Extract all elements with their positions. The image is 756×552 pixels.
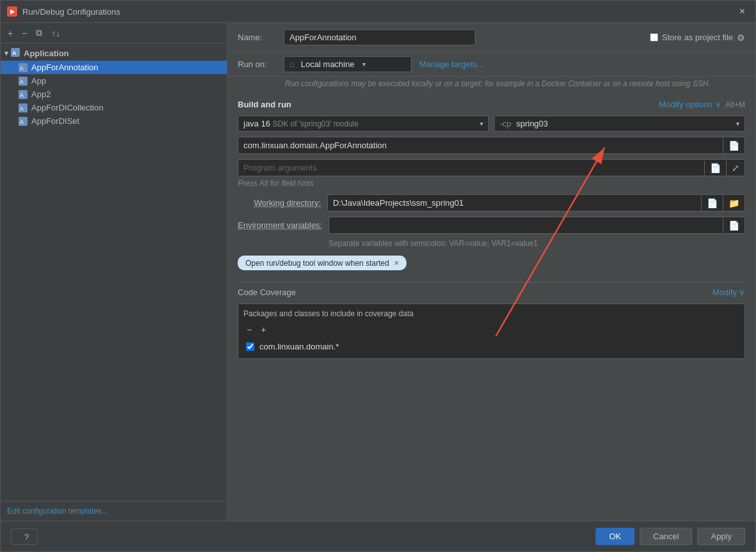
build-run-header: Build and run Modify options ∨ Alt+M	[238, 100, 745, 109]
move-config-button[interactable]: ↑↓	[48, 26, 63, 40]
tree-item-label: AppForDICollection	[31, 103, 104, 112]
svg-text:A: A	[20, 65, 24, 72]
modify-options-label: Modify options	[659, 100, 713, 109]
sdk-dim-text: SDK of 'spring03' module	[273, 119, 359, 128]
tree-item-icon: A	[19, 77, 27, 86]
sdk-select[interactable]: java 16 SDK of 'spring03' module ▾	[238, 116, 489, 132]
tree-item-app[interactable]: A App	[1, 74, 227, 88]
tag-label: Open run/debug tool window when started	[245, 259, 389, 268]
ok-button[interactable]: OK	[596, 528, 635, 545]
coverage-item: com.linxuan.domain.*	[243, 340, 739, 353]
working-dir-input-group: 📄 📁	[327, 194, 745, 211]
name-label: Name:	[238, 33, 276, 42]
edit-templates-link[interactable]: Edit configuration templates...	[1, 501, 227, 521]
env-vars-label: Environment variables:	[238, 220, 322, 230]
manage-targets-link[interactable]: Manage targets...	[419, 59, 484, 69]
apply-button[interactable]: Apply	[697, 528, 745, 545]
config-tree: ▾ A Application A AppForAnnotation A	[1, 43, 227, 501]
store-project-label: Store as project file	[662, 33, 733, 42]
browse-args-button[interactable]: 📄	[704, 160, 726, 176]
env-vars-input[interactable]	[329, 217, 723, 233]
run-on-label: Run on:	[238, 59, 276, 69]
open-working-dir-button[interactable]: 📁	[723, 195, 744, 211]
program-args-row: 📄 ⤢	[238, 159, 745, 176]
env-vars-input-group: 📄	[328, 217, 745, 234]
modify-options-link[interactable]: Modify options ∨	[659, 100, 721, 109]
modify-coverage-label: Modify	[713, 288, 737, 297]
svg-text:A: A	[20, 105, 24, 112]
add-config-button[interactable]: +	[4, 26, 16, 40]
category-icon: A	[11, 48, 20, 59]
build-run-title: Build and run	[238, 100, 291, 109]
tree-item-label: AppForDISet	[31, 116, 79, 126]
config-header: Name: Store as project file ⚙	[228, 23, 755, 52]
tree-item-app2[interactable]: A App2	[1, 88, 227, 101]
close-button[interactable]: ×	[736, 4, 749, 19]
run-on-hint: Run configurations may be executed local…	[228, 77, 755, 93]
modify-coverage-link[interactable]: Modify ∨	[713, 288, 745, 297]
store-project-option: Store as project file ⚙	[650, 33, 745, 43]
svg-text:A: A	[12, 50, 17, 56]
sdk-label: java 16	[243, 119, 270, 128]
coverage-header: Code Coverage Modify ∨	[238, 288, 745, 297]
cp-value: spring03	[516, 119, 548, 128]
dialog-title: Run/Debug Configurations	[22, 7, 736, 17]
cp-dropdown-arrow: ▾	[736, 120, 739, 127]
category-label: Application	[24, 49, 69, 58]
coverage-item-checkbox[interactable]	[246, 342, 254, 351]
env-vars-hint: Separate variables with semicolon: VAR=v…	[328, 239, 745, 248]
remove-config-button[interactable]: −	[19, 26, 30, 40]
app-icon: ▶	[7, 6, 17, 17]
sdk-row: java 16 SDK of 'spring03' module ▾ -cp s…	[238, 116, 745, 132]
bottom-bar: ? OK Cancel Apply	[1, 521, 755, 551]
tree-item-icon: A	[19, 90, 27, 99]
alt-m-hint: Alt+M	[725, 100, 745, 109]
browse-env-vars-button[interactable]: 📄	[723, 218, 744, 233]
category-arrow: ▾	[4, 49, 8, 57]
tree-item-appfordicollection[interactable]: A AppForDICollection	[1, 101, 227, 114]
program-args-input[interactable]	[238, 160, 704, 176]
code-coverage-section: Code Coverage Modify ∨ Packages and clas…	[238, 282, 745, 359]
add-coverage-btn[interactable]: +	[258, 323, 269, 336]
tag-close-button[interactable]: ×	[394, 258, 399, 268]
copy-config-button[interactable]: ⧉	[33, 26, 45, 40]
run-debug-tag-chip: Open run/debug tool window when started …	[238, 256, 406, 270]
working-dir-input[interactable]	[328, 195, 701, 211]
browse-main-class-button[interactable]: 📄	[723, 138, 744, 153]
coverage-item-label: com.linxuan.domain.*	[259, 342, 339, 351]
run-on-select[interactable]: ⌂ Local machine ▾	[284, 56, 412, 72]
tree-item-appforannotation[interactable]: A AppForAnnotation	[1, 61, 227, 74]
env-vars-row: Environment variables: 📄	[238, 217, 745, 234]
main-class-row: 📄	[238, 137, 745, 154]
tree-item-label: App2	[31, 89, 50, 99]
modify-coverage-arrow: ∨	[739, 288, 745, 297]
tree-item-appfordiset[interactable]: A AppForDISet	[1, 114, 227, 128]
main-class-input[interactable]	[238, 137, 723, 153]
coverage-toolbar: − +	[243, 323, 739, 336]
modify-options-arrow: ∨	[715, 100, 721, 109]
tree-item-label: App	[31, 76, 46, 86]
left-toolbar: + − ⧉ ↑↓	[1, 23, 227, 43]
run-on-row: Run on: ⌂ Local machine ▾ Manage targets…	[228, 52, 755, 77]
run-on-value: Local machine	[301, 59, 355, 69]
cancel-button[interactable]: Cancel	[640, 528, 692, 545]
tree-category-application[interactable]: ▾ A Application	[1, 46, 227, 61]
tree-item-icon: A	[19, 63, 27, 72]
svg-text:A: A	[20, 119, 24, 125]
browse-working-dir-button[interactable]: 📄	[701, 195, 723, 211]
working-dir-row: Working directory: 📄 📁	[238, 194, 745, 211]
tree-item-icon: A	[19, 103, 27, 112]
working-dir-label: Working directory:	[238, 198, 321, 208]
name-input[interactable]	[284, 29, 475, 45]
cp-label: -cp	[500, 119, 511, 128]
remove-coverage-btn[interactable]: −	[243, 323, 255, 336]
scrollable-config-area: Build and run Modify options ∨ Alt+M	[228, 93, 755, 521]
help-button[interactable]: ?	[11, 528, 38, 545]
home-icon: ⌂	[289, 59, 295, 69]
coverage-description: Packages and classes to include in cover…	[243, 309, 739, 318]
coverage-title: Code Coverage	[238, 288, 296, 297]
store-project-checkbox[interactable]	[650, 33, 658, 42]
cp-select[interactable]: -cp spring03 ▾	[494, 116, 745, 132]
expand-args-button[interactable]: ⤢	[726, 160, 744, 176]
gear-icon[interactable]: ⚙	[737, 33, 745, 43]
